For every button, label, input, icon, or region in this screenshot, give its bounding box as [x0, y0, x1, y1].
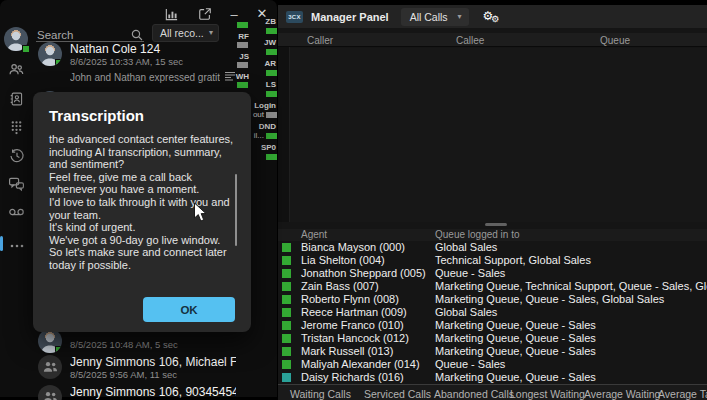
agent-queues: Marketing Queue, Technical Support, Queu…: [435, 280, 707, 293]
sidebar-item-chat[interactable]: [0, 175, 33, 197]
stats-column-header: Serviced Calls: [364, 388, 431, 400]
chat-icon: [8, 176, 25, 196]
agent-status-square: [282, 269, 291, 278]
agents-table-body: Bianca Mayson (000)Global SalesLia Shelt…: [278, 241, 707, 384]
presence-badge: [22, 45, 30, 53]
sidebar-item-more[interactable]: [0, 233, 33, 255]
blf-status-square[interactable]: [237, 82, 248, 88]
agents-table-header: Agent Queue logged in to: [278, 229, 707, 241]
blf-status-square: [266, 28, 277, 34]
user-avatar[interactable]: [4, 27, 29, 52]
group-avatar-circle: [38, 355, 62, 379]
blf-label[interactable]: WH: [229, 72, 251, 82]
calls-table-gutter: [278, 33, 290, 222]
blf-status-row: [249, 28, 277, 34]
agent-queues: Global Sales: [435, 241, 497, 254]
blf-column-left: RFJSWH: [229, 22, 251, 92]
panel-resize-handle[interactable]: [485, 223, 507, 226]
blf-button-jw[interactable]: JW: [249, 38, 277, 59]
manager-panel: 3CX Manager Panel All Calls ▾ ⚙⚙ Caller …: [278, 0, 707, 400]
blf-button-login[interactable]: Loginout: [249, 101, 277, 122]
agent-row[interactable]: Zain Bass (007)Marketing Queue, Technica…: [278, 280, 707, 293]
recordings-list-continued: 8/5/2025 10:48 AM, 5 secJenny Simmons 10…: [36, 327, 236, 400]
team-icon: [8, 62, 25, 82]
agent-status-square: [282, 347, 291, 356]
mouse-cursor: [193, 202, 208, 227]
statistics-icon[interactable]: [163, 6, 179, 22]
agent-name: Reece Hartman (009): [301, 306, 407, 319]
blf-button-dnd[interactable]: DNDil...: [249, 122, 277, 143]
agent-queues: Marketing Queue, Queue - Sales: [435, 371, 596, 384]
contact-avatar: [38, 42, 62, 66]
agent-status-square: [282, 243, 291, 252]
agent-status-square: [282, 373, 291, 382]
sidebar: [0, 0, 33, 397]
blf-status-row: out: [249, 112, 277, 118]
call-timestamp: 8/5/2025 9:56 AM, 11 sec: [70, 369, 236, 380]
agent-row[interactable]: Lia Shelton (004)Technical Support, Glob…: [278, 254, 707, 267]
group-avatar: [38, 355, 62, 379]
blf-status-square[interactable]: [237, 42, 248, 48]
recording-list-item[interactable]: Jenny Simmons 106, 903454545564...8/4/20…: [36, 383, 236, 400]
stats-column-header: Average Talking: [658, 388, 707, 400]
chevron-down-icon: ▾: [458, 13, 462, 21]
sidebar-item-history[interactable]: [0, 147, 33, 169]
blf-label: SP0: [249, 143, 277, 153]
blf-label: LS: [249, 80, 277, 90]
dialpad-icon: [10, 120, 23, 139]
agent-queues: Queue - Sales: [435, 358, 505, 371]
sidebar-item-team[interactable]: [0, 61, 33, 83]
agent-row[interactable]: Mark Russell (013)Marketing Queue, Queue…: [278, 345, 707, 358]
sidebar-item-voicemail[interactable]: [0, 203, 33, 225]
blf-label[interactable]: JS: [229, 52, 251, 62]
blf-button-ar[interactable]: AR: [249, 59, 277, 80]
agent-row[interactable]: Roberto Flynn (008)Marketing Queue, Queu…: [278, 293, 707, 306]
recording-list-item[interactable]: Nathan Cole 1248/6/2025 10:33 AM, 15 sec…: [36, 40, 236, 89]
transcription-paragraph: Feel free, give me a call back whenever …: [49, 171, 236, 196]
blf-button-ls[interactable]: LS: [249, 80, 277, 101]
transcription-paragraph: the advanced contact center features, in…: [49, 133, 236, 171]
agent-row[interactable]: Jonathon Sheppard (005)Queue - Sales: [278, 267, 707, 280]
agent-queues: Marketing Queue, Queue - Sales: [435, 332, 596, 345]
blf-status-row: [249, 91, 277, 97]
blf-status-square[interactable]: [237, 22, 248, 28]
settings-gears-icon[interactable]: ⚙⚙: [483, 10, 500, 24]
recording-list-item[interactable]: Jenny Simmons 106, Michael Faringt...8/5…: [36, 353, 236, 383]
dialog-scrollbar[interactable]: [235, 174, 237, 246]
agent-status-square: [282, 256, 291, 265]
blf-status-square[interactable]: [237, 62, 248, 68]
agent-row[interactable]: Tristan Hancock (012)Marketing Queue, Qu…: [278, 332, 707, 345]
column-header-caller: Caller: [307, 35, 333, 46]
agent-row[interactable]: Bianca Mayson (000)Global Sales: [278, 241, 707, 254]
blf-button-zb[interactable]: ZB: [249, 17, 277, 38]
column-header-agent: Agent: [301, 229, 327, 241]
agent-name: Mark Russell (013): [301, 345, 393, 358]
agent-row[interactable]: Maliyah Alexander (014)Queue - Sales: [278, 358, 707, 371]
ok-button[interactable]: OK: [143, 297, 235, 322]
minimize-button[interactable]: –: [226, 6, 242, 22]
sidebar-item-contacts[interactable]: [0, 90, 33, 112]
column-header-queue: Queue: [600, 35, 630, 46]
calls-filter-dropdown[interactable]: All Calls ▾: [401, 8, 469, 26]
dialog-title: Transcription: [33, 92, 251, 133]
agent-queues: Marketing Queue, Queue - Sales: [435, 319, 596, 332]
sidebar-item-dialpad[interactable]: [0, 118, 33, 140]
agent-status-square: [282, 321, 291, 330]
agent-row[interactable]: Daisy Richards (016)Marketing Queue, Que…: [278, 371, 707, 384]
contact-avatar: [38, 329, 62, 353]
agent-row[interactable]: Reece Hartman (009)Global Sales: [278, 306, 707, 319]
calls-table-body: [290, 48, 707, 222]
agent-status-square: [282, 282, 291, 291]
summary-row: John and Nathan expressed gratitude for …: [70, 68, 236, 86]
agent-row[interactable]: Jerome Franco (010)Marketing Queue, Queu…: [278, 319, 707, 332]
contact-name: Nathan Cole 124: [70, 42, 236, 56]
agent-queues: Marketing Queue, Queue - Sales, Global S…: [435, 293, 664, 306]
agent-name: Zain Bass (007): [301, 280, 379, 293]
agent-name: Roberto Flynn (008): [301, 293, 399, 306]
blf-label[interactable]: RF: [229, 32, 251, 42]
blf-status-square: [266, 49, 277, 55]
agent-queues: Global Sales: [435, 306, 497, 319]
agent-name: Tristan Hancock (012): [301, 332, 409, 345]
pop-out-icon[interactable]: [197, 6, 213, 22]
blf-button-sp0[interactable]: SP0: [249, 143, 277, 164]
